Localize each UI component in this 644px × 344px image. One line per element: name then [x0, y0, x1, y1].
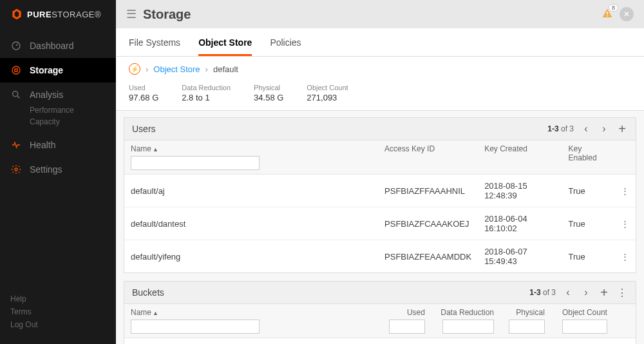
buckets-col-used[interactable]: Used: [381, 304, 431, 338]
buckets-physical-filter[interactable]: [509, 320, 545, 334]
users-col-enabled[interactable]: Key Enabled: [562, 140, 614, 175]
footer-help[interactable]: Help: [10, 292, 106, 305]
sidebar: PURESTORAGE® Dashboard Storage Analysis …: [0, 0, 116, 344]
tab-policies[interactable]: Policies: [270, 28, 301, 56]
svg-point-2: [13, 91, 18, 97]
user-row-actions[interactable]: ⋮: [614, 240, 636, 273]
nav: Dashboard Storage Analysis Performance C…: [0, 28, 116, 286]
buckets-count-filter[interactable]: [562, 320, 607, 334]
users-name-filter[interactable]: [131, 156, 260, 170]
table-row: default/dantestPSFBIAZFCAAAKOEJ2018-06-0…: [124, 207, 636, 240]
sidebar-item-label: Settings: [30, 164, 62, 175]
sidebar-item-settings[interactable]: Settings: [0, 157, 116, 182]
page-title: Storage: [143, 7, 191, 22]
user-row-actions[interactable]: ⋮: [614, 175, 636, 207]
sidebar-item-label: Dashboard: [30, 41, 74, 51]
buckets-prev-page[interactable]: ‹: [562, 287, 574, 298]
users-panel-title: Users: [132, 124, 156, 134]
brand: PURESTORAGE®: [0, 0, 116, 28]
sidebar-item-dashboard[interactable]: Dashboard: [0, 33, 116, 58]
users-panel: Users 1-3 of 3 ‹ › + Name▲ Access Key ID…: [124, 117, 636, 273]
svg-rect-5: [607, 15, 608, 17]
breadcrumb-root-icon[interactable]: ⚡: [129, 63, 140, 75]
sidebar-footer: Help Terms Log Out: [0, 286, 116, 344]
buckets-next-page[interactable]: ›: [580, 287, 592, 298]
tabs: File Systems Object Store Policies: [116, 28, 644, 57]
main: ☰ Storage 8 ✕ File Systems Object Store …: [116, 0, 644, 344]
content: Users 1-3 of 3 ‹ › + Name▲ Access Key ID…: [116, 111, 644, 344]
menu-icon[interactable]: ☰: [126, 7, 137, 21]
stat-used: Used97.68 G: [129, 84, 158, 102]
users-col-keyid[interactable]: Access Key ID: [378, 140, 478, 175]
buckets-more-button[interactable]: ⋮: [616, 287, 628, 298]
footer-terms[interactable]: Terms: [10, 305, 106, 318]
table-row: default/ajPSFBIAZFFAAAHNIL2018-08-15 12:…: [124, 175, 636, 207]
svg-point-3: [15, 168, 17, 171]
sidebar-item-label: Storage: [30, 65, 63, 75]
chevron-right-icon: ›: [146, 64, 148, 74]
users-col-name[interactable]: Name▲: [124, 140, 378, 175]
breadcrumb-current: default: [213, 64, 238, 74]
sidebar-item-analysis[interactable]: Analysis: [0, 82, 116, 107]
users-pager: 1-3 of 3: [547, 124, 574, 133]
sort-asc-icon: ▲: [153, 146, 158, 153]
users-add-button[interactable]: +: [616, 123, 628, 135]
footer-logout[interactable]: Log Out: [10, 318, 106, 331]
table-row: default/yifengPSFBIAZFEAAAMDDK2018-06-07…: [124, 240, 636, 273]
sidebar-item-health[interactable]: Health: [0, 133, 116, 157]
svg-rect-4: [607, 12, 608, 15]
close-icon: ✕: [623, 10, 630, 19]
alert-count: 8: [609, 4, 618, 12]
tab-file-systems[interactable]: File Systems: [129, 28, 180, 56]
sidebar-sub-analysis: Performance Capacity: [0, 104, 116, 133]
chevron-right-icon: ›: [205, 64, 208, 74]
breadcrumb: ⚡ › Object Store › default: [116, 57, 644, 81]
brand-logo-icon: [10, 8, 23, 21]
dashboard-icon: [10, 40, 22, 52]
sidebar-sub-capacity[interactable]: Capacity: [30, 116, 116, 128]
users-col-created[interactable]: Key Created: [478, 140, 562, 175]
stat-physical: Physical34.58 G: [254, 84, 283, 102]
health-icon: [10, 139, 22, 151]
stats-bar: Used97.68 G Data Reduction2.8 to 1 Physi…: [116, 81, 644, 111]
tab-object-store[interactable]: Object Store: [198, 28, 252, 56]
sidebar-sub-performance[interactable]: Performance: [30, 104, 116, 116]
close-button[interactable]: ✕: [620, 7, 634, 21]
stat-data-reduction: Data Reduction2.8 to 1: [182, 84, 231, 102]
sidebar-item-label: Analysis: [30, 90, 63, 100]
buckets-panel: Buckets 1-3 of 3 ‹ › + ⋮ Name▲ Used Data…: [124, 281, 636, 344]
buckets-name-filter[interactable]: [131, 320, 260, 334]
svg-point-1: [12, 66, 20, 74]
topbar: ☰ Storage 8 ✕: [116, 0, 644, 28]
buckets-panel-title: Buckets: [132, 287, 164, 298]
buckets-used-filter[interactable]: [389, 320, 425, 334]
sort-asc-icon: ▲: [153, 310, 158, 316]
brand-name: PURESTORAGE®: [27, 10, 101, 19]
buckets-col-name[interactable]: Name▲: [124, 304, 381, 338]
buckets-reduction-filter[interactable]: [442, 320, 494, 334]
user-row-actions[interactable]: ⋮: [614, 207, 636, 240]
breadcrumb-link[interactable]: Object Store: [153, 64, 200, 74]
sidebar-item-label: Health: [30, 140, 55, 150]
bucket-delete[interactable]: [614, 338, 636, 345]
settings-icon: [10, 164, 22, 175]
buckets-pager: 1-3 of 3: [529, 288, 556, 297]
users-next-page[interactable]: ›: [598, 123, 610, 135]
storage-icon: [10, 64, 22, 76]
users-table: Name▲ Access Key ID Key Created Key Enab…: [124, 140, 636, 272]
buckets-add-button[interactable]: +: [598, 287, 610, 298]
buckets-table: Name▲ Used Data Reduction Physical Objec…: [124, 304, 636, 344]
sidebar-item-storage[interactable]: Storage: [0, 58, 116, 82]
table-row: deephub15.49 G1.0 to 114.91 G155,665: [124, 338, 636, 345]
users-prev-page[interactable]: ‹: [580, 123, 592, 135]
analysis-icon: [10, 89, 22, 100]
alert-badge[interactable]: 8: [601, 8, 613, 21]
buckets-col-reduction[interactable]: Data Reduction: [431, 304, 500, 338]
stat-object-count: Object Count271,093: [307, 84, 348, 102]
buckets-col-physical[interactable]: Physical: [500, 304, 551, 338]
buckets-col-count[interactable]: Object Count: [551, 304, 614, 338]
